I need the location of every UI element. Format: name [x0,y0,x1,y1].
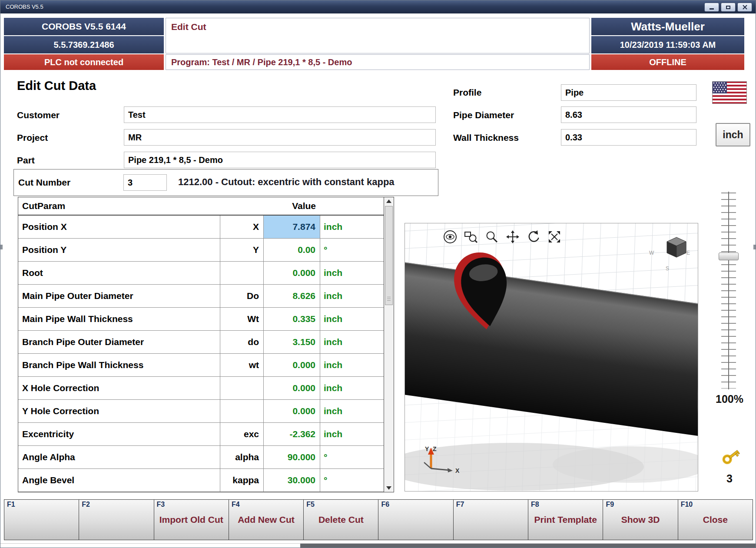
param-name-cell: Main Pipe Wall Thickness [18,308,220,330]
pipe-diameter-field[interactable]: 8.63 [561,106,696,123]
param-unit-cell: inch [320,354,385,376]
function-key-f9-button[interactable]: F9Show 3D [603,500,678,540]
profile-field[interactable]: Pipe [561,84,696,101]
app-window: COROBS V5.5 COROBS V5.5 6144 5.5.7369.21… [0,0,756,548]
scroll-up-icon[interactable] [386,199,391,203]
function-key-f5-button[interactable]: F5Delete Cut [304,500,378,540]
table-scrollbar[interactable] [384,197,394,492]
param-value-cell[interactable]: 0.000 [264,400,320,422]
scrollbar-thumb[interactable] [385,206,393,305]
pan-icon[interactable] [504,229,521,245]
function-key-label: Delete Cut [304,500,378,540]
wall-thickness-field[interactable]: 0.33 [561,129,696,146]
cut-number-field[interactable]: 3 [123,174,167,191]
param-value-cell[interactable]: -2.362 [264,423,320,445]
slider-handle[interactable] [719,252,739,260]
function-key-number: F1 [7,501,15,508]
function-key-f4-button[interactable]: F4Add New Cut [229,500,304,540]
param-name-cell: Main Pipe Outer Diameter [18,285,220,307]
param-row[interactable]: Main Pipe Outer DiameterDo8.626inch [18,285,385,308]
param-value-cell[interactable]: 3.150 [264,331,320,353]
param-name-cell: Branch Pipe Wall Thickness [18,354,220,376]
axis-triad: Y Z X [418,443,466,478]
key-count: 3 [710,472,749,485]
param-row[interactable]: Position XX7.874inch [18,216,385,239]
param-value-cell[interactable]: 0.335 [264,308,320,330]
app-version-cell: 5.5.7369.21486 [4,36,164,53]
param-value-cell[interactable]: 8.626 [264,285,320,307]
orientation-cube[interactable] [661,232,692,262]
param-value-cell[interactable]: 7.874 [264,216,320,238]
zoom-percentage: 100% [710,393,749,405]
left-resize-notch[interactable] [0,245,3,249]
param-unit-cell: inch [320,285,385,307]
profile-label: Profile [453,87,481,98]
pipe-diameter-label: Pipe Diameter [453,110,514,120]
orbit-icon[interactable] [442,229,458,245]
param-row[interactable]: Root0.000inch [18,262,385,285]
param-row[interactable]: Position YY0.00° [18,239,385,262]
scrollbar-grip-icon [387,297,391,301]
function-key-number: F5 [306,501,315,508]
function-key-f10-button[interactable]: F10Close [678,500,753,540]
param-value-cell[interactable]: 0.000 [264,377,320,399]
function-key-f1-button[interactable]: F1 [4,500,79,540]
param-name-cell: Root [18,262,220,284]
close-icon [743,5,747,10]
param-row[interactable]: Angle Alphaalpha90.000° [18,446,385,469]
function-key-f8-button[interactable]: F8Print Template [528,500,603,540]
param-value-cell[interactable]: 90.000 [264,446,320,468]
param-symbol-cell: alpha [220,446,264,468]
function-key-number: F3 [157,501,165,508]
param-value-cell[interactable]: 0.000 [264,354,320,376]
function-key-number: F9 [606,501,614,508]
function-key-number: F6 [381,501,389,508]
param-value-cell[interactable]: 0.00 [264,239,320,261]
param-row[interactable]: X Hole Correction0.000inch [18,377,385,400]
param-symbol-cell: Wt [220,308,264,330]
param-row[interactable]: Y Hole Correction0.000inch [18,400,385,423]
customer-field[interactable]: Test [124,106,436,123]
zoom-slider[interactable] [717,192,740,389]
function-key-f3-button[interactable]: F3Import Old Cut [154,500,229,540]
right-resize-notch[interactable] [753,245,756,249]
param-row[interactable]: Main Pipe Wall ThicknessWt0.335inch [18,308,385,331]
param-row[interactable]: Branch Pipe Wall Thicknesswt0.000inch [18,354,385,377]
function-key-f6-button[interactable]: F6 [378,500,453,540]
header-cutparam: CutParam [18,197,220,215]
zoom-window-icon[interactable] [463,229,479,245]
param-symbol-cell: wt [220,354,264,376]
program-line: Program: Test / MR / Pipe 219,1 * 8,5 - … [166,54,590,70]
slider-track[interactable] [728,192,729,389]
rotate-icon[interactable] [525,229,542,245]
function-key-number: F7 [456,501,464,508]
param-unit-cell: inch [320,423,385,445]
param-name-cell: X Hole Correction [18,377,220,399]
param-row[interactable]: Excentricityexc-2.362inch [18,423,385,446]
minimize-button[interactable] [704,3,719,12]
zoom-icon[interactable] [484,229,500,245]
viewer-toolbar [442,229,563,245]
plc-status-badge: PLC not connected [4,54,164,70]
function-key-number: F4 [232,501,240,508]
scroll-down-icon[interactable] [386,486,391,490]
unit-toggle-button[interactable]: inch [716,123,750,146]
part-field[interactable]: Pipe 219,1 * 8,5 - Demo [124,152,436,168]
function-key-f7-button[interactable]: F7 [454,500,528,540]
project-label: Project [17,133,48,143]
function-key-label: Add New Cut [229,500,303,540]
fit-view-icon[interactable] [546,229,563,245]
minimize-icon [710,8,714,10]
param-value-cell[interactable]: 30.000 [264,469,320,492]
3d-viewport[interactable]: W E S [405,223,698,492]
maximize-button[interactable] [721,3,736,12]
function-key-f2-button[interactable]: F2 [79,500,154,540]
title-bar[interactable]: COROBS V5.5 [0,0,756,13]
language-flag-us[interactable] [712,81,747,104]
param-value-cell[interactable]: 0.000 [264,262,320,284]
project-field[interactable]: MR [124,129,436,146]
function-key-number: F2 [82,501,90,508]
param-row[interactable]: Branch Pipe Outer Diameterdo3.150inch [18,331,385,354]
close-button[interactable] [737,3,752,12]
param-row[interactable]: Angle Bevelkappa30.000° [18,469,385,492]
